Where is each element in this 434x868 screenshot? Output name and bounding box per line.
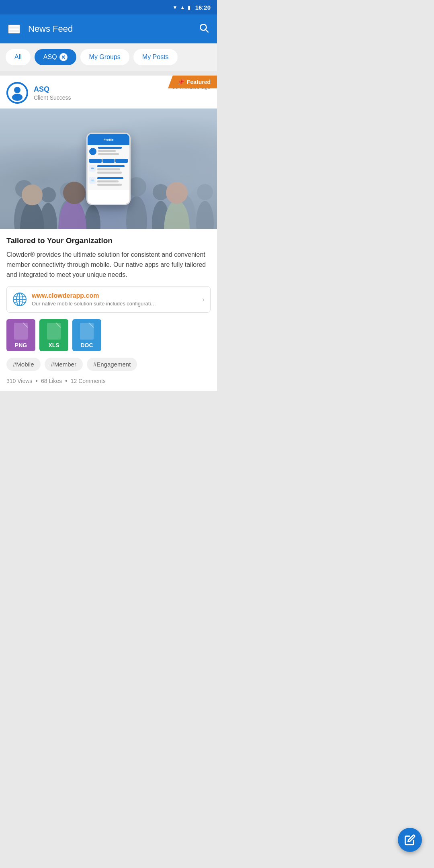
link-preview-content: www.clowderapp.com Our native mobile sol…	[32, 292, 197, 307]
svg-line-1	[206, 30, 208, 32]
post-body: Clowder® provides the ultimate solution …	[6, 250, 211, 280]
featured-badge: 📌 Featured	[168, 76, 217, 88]
svg-point-5	[12, 94, 23, 101]
post-stats: 310 Views • 68 Likes • 12 Comments	[6, 377, 211, 385]
post-subtitle: Client Success	[34, 94, 166, 101]
menu-button[interactable]	[8, 25, 20, 34]
search-button[interactable]	[199, 23, 209, 35]
file-doc-label: DOC	[80, 342, 93, 348]
post-likes: 68 Likes	[41, 378, 62, 384]
file-doc[interactable]: DOC	[72, 319, 101, 351]
app-header: News Feed	[0, 14, 217, 43]
status-time: 16:20	[195, 4, 211, 11]
phone-mockup: Profile 09	[86, 133, 131, 205]
stat-dot-1: •	[35, 377, 38, 385]
file-xls-label: XLS	[48, 342, 59, 348]
filter-asq-close[interactable]: ✕	[59, 53, 68, 61]
filter-bar: All ASQ ✕ My Groups My Posts	[0, 43, 217, 71]
hashtag-member[interactable]: #Member	[45, 358, 83, 371]
battery-icon: ▮	[188, 4, 190, 10]
hashtag-engagement[interactable]: #Engagement	[87, 358, 137, 371]
status-icons: ▼ ▲ ▮ 16:20	[172, 4, 211, 11]
globe-icon	[12, 292, 27, 307]
post-title: Tailored to Your Organization	[6, 236, 211, 245]
svg-point-4	[14, 87, 20, 93]
filter-my-posts[interactable]: My Posts	[133, 49, 178, 65]
link-preview[interactable]: www.clowderapp.com Our native mobile sol…	[6, 286, 211, 313]
link-description: Our native mobile solution suite include…	[32, 301, 197, 307]
header-left: News Feed	[8, 24, 73, 34]
link-url: www.clowderapp.com	[32, 292, 197, 299]
post-card: 📌 Featured ASQ Client Success 59 minutes…	[0, 76, 217, 391]
post-group-name: ASQ	[34, 85, 166, 94]
post-views: 310 Views	[6, 378, 32, 384]
pin-icon: 📌	[178, 79, 184, 85]
stat-dot-2: •	[65, 377, 68, 385]
page-title: News Feed	[28, 24, 73, 34]
hashtag-mobile[interactable]: #Mobile	[6, 358, 41, 371]
wifi-icon: ▼	[172, 4, 178, 10]
file-attachments: PNG XLS DOC	[6, 319, 211, 351]
signal-icon: ▲	[180, 4, 185, 10]
filter-all[interactable]: All	[6, 49, 31, 65]
file-xls[interactable]: XLS	[39, 319, 68, 351]
hashtag-list: #Mobile #Member #Engagement	[6, 358, 211, 371]
file-png-label: PNG	[15, 342, 27, 348]
avatar	[6, 82, 28, 104]
filter-asq[interactable]: ASQ ✕	[35, 49, 76, 65]
file-png[interactable]: PNG	[6, 319, 35, 351]
post-content: Tailored to Your Organization Clowder® p…	[0, 229, 217, 391]
filter-my-groups[interactable]: My Groups	[80, 49, 129, 65]
post-comments: 12 Comments	[71, 378, 106, 384]
post-meta: ASQ Client Success	[34, 85, 166, 101]
chevron-right-icon: ›	[202, 295, 205, 304]
status-bar: ▼ ▲ ▮ 16:20	[0, 0, 217, 14]
post-image: Profile 09	[0, 108, 217, 229]
